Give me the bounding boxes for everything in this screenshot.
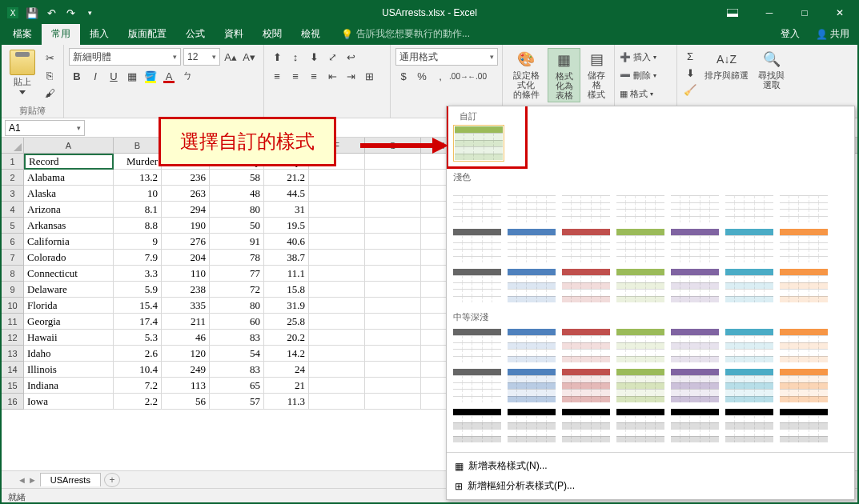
cell[interactable]: 60 (210, 314, 264, 330)
cell[interactable]: 56 (162, 394, 210, 410)
merge-button[interactable]: ⊞ (361, 68, 377, 84)
cell[interactable] (309, 218, 365, 234)
table-style-thumb[interactable] (506, 407, 557, 444)
cell[interactable]: 113 (162, 378, 210, 394)
table-style-thumb[interactable] (724, 187, 775, 224)
autosum-icon[interactable]: Σ (682, 48, 698, 64)
cell[interactable] (365, 330, 421, 346)
table-style-thumb[interactable] (778, 327, 829, 364)
cell[interactable]: 11.3 (264, 394, 309, 410)
cell[interactable]: 46 (162, 330, 210, 346)
sheet-nav-next-icon[interactable]: ► (28, 475, 37, 485)
sheet-tab-active[interactable]: USArrests (40, 473, 101, 486)
font-name-combo[interactable]: 新細明體▾ (69, 48, 181, 66)
tab-home[interactable]: 常用 (42, 24, 80, 45)
save-icon[interactable]: 💾 (26, 6, 38, 19)
cell[interactable]: Record (24, 154, 114, 170)
cell[interactable]: Colorado (24, 250, 114, 266)
table-style-thumb[interactable] (778, 407, 829, 444)
table-style-thumb[interactable] (724, 227, 775, 264)
cell[interactable]: 2.2 (114, 394, 162, 410)
cell-styles-button[interactable]: ▤ 儲存格 樣式 (584, 48, 609, 101)
row-header[interactable]: 2 (2, 170, 23, 186)
cell[interactable] (309, 394, 365, 410)
sheet-nav-prev-icon[interactable]: ◄ (18, 475, 26, 485)
signin-button[interactable]: 登入 (773, 24, 808, 45)
cell[interactable]: Indiana (24, 378, 114, 394)
conditional-format-button[interactable]: 🎨 設定格式化 的條件 (508, 48, 544, 101)
cell[interactable]: 21.2 (264, 170, 309, 186)
table-style-thumb[interactable] (724, 367, 775, 404)
cell[interactable]: 83 (210, 362, 264, 378)
new-sheet-button[interactable]: + (104, 473, 120, 487)
cell[interactable] (309, 234, 365, 250)
underline-button[interactable]: U (106, 68, 122, 84)
cell[interactable]: Murder (114, 154, 162, 170)
indent-inc-icon[interactable]: ⇥ (343, 68, 359, 84)
row-header[interactable]: 7 (2, 250, 23, 266)
row-header[interactable]: 14 (2, 362, 23, 378)
row-header[interactable]: 1 (2, 154, 23, 170)
percent-button[interactable]: % (414, 68, 430, 84)
phonetic-button[interactable]: ㄅ (179, 68, 195, 84)
cell[interactable]: 80 (210, 298, 264, 314)
cell[interactable]: 236 (162, 170, 210, 186)
cell[interactable]: Alaska (24, 186, 114, 202)
tell-me[interactable]: 💡告訴我您想要執行的動作... (335, 24, 476, 45)
cell[interactable]: 7.9 (114, 250, 162, 266)
cell[interactable]: 211 (162, 314, 210, 330)
cell[interactable]: 11.1 (264, 266, 309, 282)
tab-formulas[interactable]: 公式 (176, 24, 215, 45)
redo-icon[interactable]: ↷ (64, 6, 77, 19)
row-header[interactable]: 9 (2, 282, 23, 298)
tab-file[interactable]: 檔案 (3, 24, 42, 45)
cell[interactable]: 249 (162, 362, 210, 378)
row-header[interactable]: 12 (2, 330, 23, 346)
border-button[interactable]: ▦ (124, 68, 140, 84)
cell[interactable]: 48 (210, 186, 264, 202)
row-header[interactable]: 8 (2, 266, 23, 282)
cell[interactable]: 72 (210, 282, 264, 298)
cell[interactable]: 25.8 (264, 314, 309, 330)
table-style-thumb[interactable] (506, 327, 557, 364)
cell[interactable]: 190 (162, 218, 210, 234)
table-style-thumb[interactable] (615, 227, 666, 264)
table-style-thumb[interactable] (669, 367, 721, 404)
cell[interactable]: 238 (162, 282, 210, 298)
font-size-combo[interactable]: 12▾ (183, 48, 220, 66)
cell[interactable] (309, 298, 365, 314)
align-bottom-icon[interactable]: ⬇ (306, 49, 322, 65)
cell[interactable]: California (24, 234, 114, 250)
table-style-thumb[interactable] (778, 187, 829, 224)
paste-button[interactable]: 貼上 (6, 48, 38, 98)
cell[interactable] (309, 314, 365, 330)
new-pivot-style-button[interactable]: ⊞新增樞紐分析表樣式(P)... (447, 476, 854, 496)
table-style-thumb[interactable] (669, 327, 721, 364)
number-format-combo[interactable]: 通用格式▾ (395, 48, 498, 66)
cell[interactable]: 276 (162, 234, 210, 250)
italic-button[interactable]: I (87, 68, 103, 84)
orientation-icon[interactable]: ⤢ (324, 49, 340, 65)
row-header[interactable]: 5 (2, 218, 23, 234)
fill-icon[interactable]: ⬇ (682, 65, 698, 81)
table-style-thumb[interactable] (615, 267, 666, 304)
table-style-thumb[interactable] (615, 327, 666, 364)
cell[interactable]: 335 (162, 298, 210, 314)
cell[interactable]: Alabama (24, 170, 114, 186)
cell[interactable]: 58 (210, 170, 264, 186)
cell[interactable]: Idaho (24, 346, 114, 362)
cell[interactable]: 5.9 (114, 282, 162, 298)
cell[interactable] (309, 346, 365, 362)
cell[interactable] (365, 170, 421, 186)
cell[interactable]: 263 (162, 186, 210, 202)
row-header[interactable]: 11 (2, 314, 23, 330)
inc-decimal-icon[interactable]: .00→ (451, 68, 467, 84)
tab-data[interactable]: 資料 (215, 24, 253, 45)
comma-button[interactable]: , (432, 68, 448, 84)
cell[interactable]: 54 (210, 346, 264, 362)
table-style-thumb[interactable] (669, 407, 721, 444)
cell[interactable]: Florida (24, 298, 114, 314)
sort-filter-button[interactable]: A↓Z 排序與篩選 (701, 48, 752, 82)
table-style-thumb[interactable] (560, 367, 612, 404)
cell[interactable]: 8.8 (114, 218, 162, 234)
